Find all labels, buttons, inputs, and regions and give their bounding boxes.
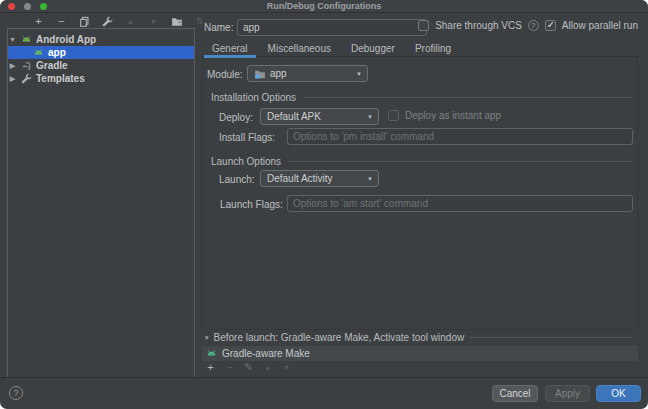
module-dropdown[interactable]: app ▼ [247, 65, 368, 82]
install-flags-input[interactable] [287, 128, 633, 145]
move-down-icon: ▼ [281, 361, 292, 374]
chevron-collapsed-icon[interactable]: ▶ [8, 75, 17, 83]
installation-options-section: Installation Options [211, 91, 631, 104]
before-launch-task-label: Gradle-aware Make [222, 348, 310, 359]
chevron-expanded-icon: ▾ [205, 334, 209, 342]
footer-separator [0, 377, 648, 378]
zoom-window-icon[interactable] [40, 3, 47, 10]
tab-general[interactable]: General [202, 40, 258, 56]
move-down-icon: ▼ [147, 15, 160, 28]
before-launch-toolbar: + − ✎ ▲ ▼ [205, 361, 292, 374]
new-folder-icon[interactable] [170, 15, 183, 28]
android-icon [33, 47, 44, 58]
window-title: Run/Debug Configurations [0, 0, 648, 13]
edit-icon: ✎ [243, 361, 254, 374]
allow-parallel-run-label: Allow parallel run [562, 20, 638, 31]
launch-flags-label: Launch Flags: [220, 198, 283, 211]
section-rule [288, 161, 631, 162]
gradle-icon [21, 60, 32, 71]
deploy-as-instant-app-label: Deploy as instant app [405, 110, 501, 121]
title-bar: Run/Debug Configurations [0, 0, 648, 13]
remove-icon: − [224, 361, 235, 374]
tab-miscellaneous[interactable]: Miscellaneous [258, 40, 341, 56]
tab-debugger[interactable]: Debugger [341, 40, 405, 56]
apply-button: Apply [545, 385, 590, 402]
tab-label: General [212, 43, 248, 54]
name-input[interactable] [237, 19, 427, 36]
chevron-down-icon: ▼ [367, 114, 373, 121]
run-options: Share through VCS ? Allow parallel run [418, 20, 638, 31]
tree-item-label: Gradle [36, 60, 68, 71]
chevron-down-icon: ▼ [367, 176, 373, 183]
launch-label: Launch: [219, 173, 255, 186]
ok-button[interactable]: OK [596, 385, 641, 402]
add-icon[interactable]: + [32, 15, 45, 28]
deploy-as-instant-app-checkbox [388, 110, 399, 121]
android-icon [206, 348, 217, 359]
tree-item-app[interactable]: app [8, 46, 194, 59]
allow-parallel-run-checkbox[interactable] [545, 20, 556, 31]
chevron-expanded-icon[interactable]: ▼ [8, 36, 17, 43]
chevron-down-icon: ▼ [356, 71, 362, 78]
edit-defaults-icon[interactable] [101, 15, 114, 28]
module-folder-icon [254, 68, 266, 80]
tab-label: Debugger [351, 43, 395, 54]
deploy-dropdown[interactable]: Default APK ▼ [260, 108, 379, 125]
wrench-icon [21, 73, 32, 84]
vcs-help-icon[interactable]: ? [528, 20, 539, 31]
cancel-button[interactable]: Cancel [492, 385, 538, 402]
section-title: Installation Options [211, 92, 296, 103]
tree-item-label: app [48, 47, 66, 58]
help-button[interactable]: ? [9, 386, 23, 400]
launch-options-section: Launch Options [211, 155, 631, 168]
tab-label: Profiling [415, 43, 451, 54]
before-launch-header[interactable]: ▾ Before launch: Gradle-aware Make, Acti… [205, 331, 633, 344]
general-tab-panel: Module: app ▼ Installation Options Deplo… [202, 57, 638, 330]
tree-item-gradle[interactable]: ▶ Gradle [8, 59, 194, 72]
remove-icon[interactable]: − [55, 15, 68, 28]
launch-flags-input[interactable] [287, 195, 633, 212]
tree-item-label: Templates [36, 73, 85, 84]
close-window-icon[interactable] [8, 3, 15, 10]
share-through-vcs-checkbox[interactable] [418, 20, 429, 31]
tree-item-label: Android App [36, 34, 96, 45]
tree-item-android-app[interactable]: ▼ Android App [8, 33, 194, 46]
tree-item-templates[interactable]: ▶ Templates [8, 72, 194, 85]
launch-dropdown[interactable]: Default Activity ▼ [260, 170, 379, 187]
tab-label: Miscellaneous [268, 43, 331, 54]
module-value: app [270, 68, 287, 79]
android-icon [21, 34, 32, 45]
add-icon[interactable]: + [205, 361, 216, 374]
before-launch-title: Before launch: Gradle-aware Make, Activa… [214, 332, 465, 343]
configurations-toolbar: + − ▲ ▼ ⇅ [32, 15, 206, 28]
module-label: Module: [207, 68, 243, 81]
section-rule [303, 97, 631, 98]
before-launch-task-row[interactable]: Gradle-aware Make [202, 346, 638, 361]
chevron-collapsed-icon[interactable]: ▶ [8, 62, 17, 70]
instant-app-option: Deploy as instant app [388, 110, 501, 121]
name-label: Name: [204, 21, 233, 34]
move-up-icon: ▲ [262, 361, 273, 374]
section-rule [469, 337, 633, 338]
section-title: Launch Options [211, 156, 281, 167]
launch-value: Default Activity [267, 173, 333, 184]
share-through-vcs-label: Share through VCS [435, 20, 522, 31]
deploy-label: Deploy: [219, 111, 253, 124]
run-debug-configurations-dialog: Run/Debug Configurations + − ▲ ▼ ⇅ ▼ And… [0, 0, 648, 409]
deploy-value: Default APK [267, 111, 321, 122]
configurations-tree: ▼ Android App app ▶ Gradle ▶ Templates [7, 28, 195, 378]
move-up-icon: ▲ [124, 15, 137, 28]
traffic-lights [8, 3, 47, 10]
install-flags-label: Install Flags: [219, 131, 275, 144]
config-tabs: General Miscellaneous Debugger Profiling [202, 40, 638, 57]
copy-icon[interactable] [78, 15, 91, 28]
tab-profiling[interactable]: Profiling [405, 40, 461, 56]
minimize-window-icon [24, 3, 31, 10]
